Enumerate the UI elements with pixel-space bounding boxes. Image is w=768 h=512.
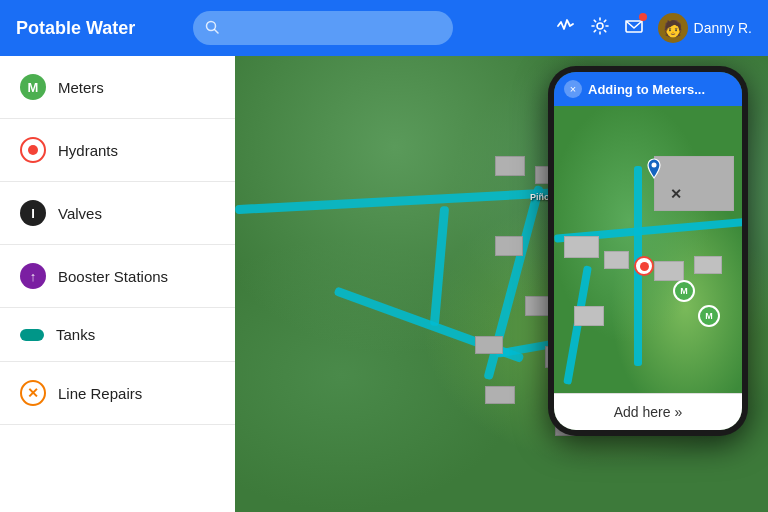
phone-building-4 (654, 261, 684, 281)
meters-icon: M (20, 74, 46, 100)
search-bar[interactable] (193, 11, 453, 45)
user-chip[interactable]: 🧑 Danny R. (658, 13, 752, 43)
app-header: Potable Water (0, 0, 768, 56)
svg-point-4 (652, 163, 657, 168)
sidebar-label-tanks: Tanks (56, 326, 95, 343)
add-here-button[interactable]: Add here » (554, 393, 742, 430)
user-name: Danny R. (694, 20, 752, 36)
notification-dot (639, 13, 647, 21)
sidebar-item-meters[interactable]: M Meters (0, 56, 235, 119)
phone-title: Adding to Meters... (588, 82, 732, 97)
phone-close-button[interactable]: × (564, 80, 582, 98)
sidebar-item-booster-stations[interactable]: ↑ Booster Stations (0, 245, 235, 308)
hydrants-icon (20, 137, 46, 163)
phone-map: ✕ M M (554, 106, 742, 393)
phone-screen: × Adding to Meters... (554, 72, 742, 430)
phone-building-5 (694, 256, 722, 274)
phone-marker-location (645, 158, 663, 184)
settings-icon[interactable] (590, 16, 610, 41)
line-repairs-icon: ✕ (20, 380, 46, 406)
phone-building-6 (574, 306, 604, 326)
building-1 (495, 156, 525, 176)
map-area[interactable]: I I Piñon × Adding to Meters... (235, 56, 768, 512)
sidebar-label-valves: Valves (58, 205, 102, 222)
sidebar-label-hydrants: Hydrants (58, 142, 118, 159)
phone-marker-hydrant (634, 256, 654, 276)
avatar: 🧑 (658, 13, 688, 43)
sidebar-item-valves[interactable]: I Valves (0, 182, 235, 245)
search-icon (205, 20, 219, 37)
svg-point-2 (597, 23, 603, 29)
building-9 (475, 336, 503, 354)
tanks-icon (20, 329, 44, 341)
building-6 (495, 236, 523, 256)
sidebar-label-line-repairs: Line Repairs (58, 385, 142, 402)
phone-marker-meter-1: M (673, 280, 695, 302)
app-title: Potable Water (16, 18, 136, 39)
main-content: M Meters Hydrants I Valves ↑ Booster Sta… (0, 56, 768, 512)
close-icon: × (570, 83, 576, 95)
phone-building-2 (564, 236, 599, 258)
building-15 (485, 386, 515, 404)
phone-header: × Adding to Meters... (554, 72, 742, 106)
sidebar-item-hydrants[interactable]: Hydrants (0, 119, 235, 182)
activity-icon[interactable] (556, 16, 576, 41)
phone-marker-x: ✕ (670, 186, 682, 202)
sidebar-item-line-repairs[interactable]: ✕ Line Repairs (0, 362, 235, 425)
phone-overlay: × Adding to Meters... (548, 66, 748, 436)
sidebar-label-booster-stations: Booster Stations (58, 268, 168, 285)
phone-building-3 (604, 251, 629, 269)
phone-marker-meter-2: M (698, 305, 720, 327)
booster-icon: ↑ (20, 263, 46, 289)
header-icons: 🧑 Danny R. (556, 13, 752, 43)
valves-icon: I (20, 200, 46, 226)
svg-line-1 (215, 29, 219, 33)
sidebar-item-tanks[interactable]: Tanks (0, 308, 235, 362)
sidebar-label-meters: Meters (58, 79, 104, 96)
phone-building-1 (654, 156, 734, 211)
mail-icon[interactable] (624, 16, 644, 41)
sidebar: M Meters Hydrants I Valves ↑ Booster Sta… (0, 56, 235, 512)
